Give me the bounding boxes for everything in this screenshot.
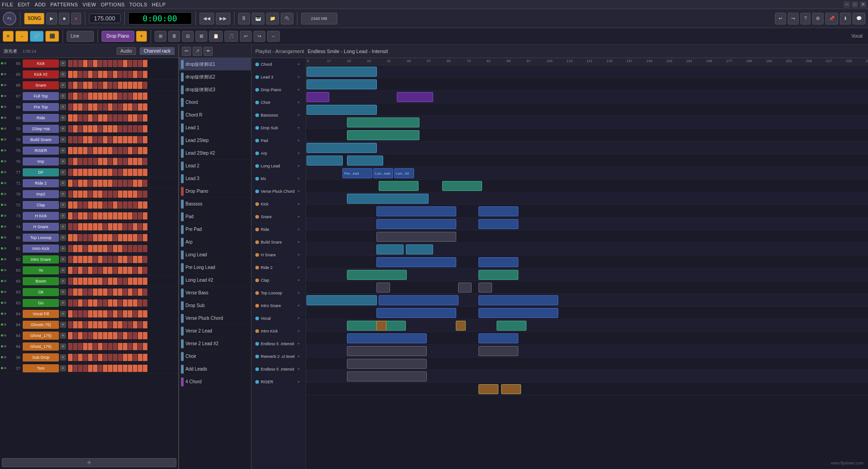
pad[interactable] <box>83 332 88 339</box>
pad[interactable] <box>143 147 147 154</box>
pad[interactable] <box>83 103 88 111</box>
pad[interactable] <box>98 365 102 372</box>
pad[interactable] <box>108 201 112 209</box>
channel-active-dot[interactable] <box>1 138 3 141</box>
pattern-item[interactable]: drop旋律测试2 <box>179 71 251 83</box>
pad[interactable] <box>93 103 98 111</box>
pad[interactable] <box>108 147 112 154</box>
pad[interactable] <box>103 158 107 165</box>
grid-btn5[interactable]: 📋 <box>209 31 223 42</box>
pad[interactable] <box>103 288 107 296</box>
pad[interactable] <box>143 103 147 111</box>
pad[interactable] <box>73 158 78 165</box>
browser-button[interactable]: 📁 <box>266 13 279 24</box>
pad[interactable] <box>123 212 127 220</box>
track-row[interactable] <box>306 116 868 129</box>
channel-active-dot[interactable] <box>1 73 3 75</box>
channel-rack-tab[interactable]: Channel rack <box>140 47 175 55</box>
pad[interactable] <box>83 136 88 143</box>
channel-name-button[interactable]: Build Snare <box>23 136 59 144</box>
pad[interactable] <box>143 278 147 285</box>
help-button[interactable]: ? <box>800 13 810 24</box>
track-block[interactable] <box>347 333 427 343</box>
pad[interactable] <box>83 114 88 122</box>
pad[interactable] <box>113 71 117 78</box>
pad[interactable] <box>88 201 93 209</box>
pad[interactable] <box>78 343 83 350</box>
pad[interactable] <box>88 365 93 372</box>
pad[interactable] <box>143 191 147 198</box>
track-row[interactable] <box>306 65 868 78</box>
pad[interactable] <box>133 321 137 328</box>
pad[interactable] <box>133 310 137 318</box>
channel-name-button[interactable]: Tom <box>23 364 59 372</box>
channel-active-dot[interactable] <box>1 258 3 260</box>
pad[interactable] <box>138 136 142 143</box>
pad[interactable] <box>103 180 107 187</box>
pad[interactable] <box>133 180 137 187</box>
pad[interactable] <box>128 267 132 274</box>
track-block[interactable] <box>376 206 456 216</box>
pad[interactable] <box>78 288 83 296</box>
pad[interactable] <box>143 267 147 274</box>
pad[interactable] <box>118 93 122 100</box>
pad[interactable] <box>143 158 147 165</box>
pad[interactable] <box>88 212 93 220</box>
pad[interactable] <box>78 245 83 252</box>
pad[interactable] <box>113 332 117 339</box>
pad[interactable] <box>88 191 93 198</box>
track-plus[interactable]: + <box>297 138 302 143</box>
pad[interactable] <box>103 201 107 209</box>
pad[interactable] <box>73 256 78 263</box>
channel-active-dot[interactable] <box>1 291 3 293</box>
pad[interactable] <box>133 147 137 154</box>
track-block[interactable] <box>458 283 472 293</box>
track-plus[interactable]: + <box>297 367 302 371</box>
pad[interactable] <box>118 234 122 241</box>
pad[interactable] <box>108 354 112 361</box>
pad[interactable] <box>123 321 127 328</box>
pad[interactable] <box>138 299 142 307</box>
pad[interactable] <box>103 321 107 328</box>
pad[interactable] <box>83 93 88 100</box>
pad[interactable] <box>103 299 107 307</box>
pad[interactable] <box>68 125 73 132</box>
pad[interactable] <box>143 114 147 122</box>
pad[interactable] <box>68 299 73 307</box>
pad[interactable] <box>138 82 142 89</box>
redo-button[interactable]: ↪ <box>788 13 799 24</box>
track-row[interactable] <box>306 357 868 370</box>
pad[interactable] <box>143 310 147 318</box>
pad[interactable] <box>128 114 132 122</box>
channel-plus-button[interactable]: + <box>60 71 66 78</box>
channel-plus-button[interactable]: + <box>60 234 66 241</box>
channel-plus-button[interactable]: + <box>60 126 66 132</box>
pad[interactable] <box>108 256 112 263</box>
track-row[interactable] <box>306 383 868 396</box>
channel-active-dot[interactable] <box>1 356 3 358</box>
drop-piano-button[interactable]: Drop Piano <box>102 31 134 42</box>
pad[interactable] <box>113 60 117 67</box>
pattern-item[interactable]: Long Lead #2 <box>179 274 251 287</box>
pattern-item[interactable]: drop旋律测试3 <box>179 83 251 96</box>
channel-active-dot[interactable] <box>1 127 3 130</box>
pad[interactable] <box>78 180 83 187</box>
channel-plus-button[interactable]: + <box>60 93 66 99</box>
pad[interactable] <box>108 288 112 296</box>
grid-btn7[interactable]: ↩ <box>240 31 252 42</box>
track-block[interactable] <box>347 117 419 127</box>
pad[interactable] <box>128 103 132 111</box>
plus-btn[interactable]: + <box>136 31 147 42</box>
pad[interactable] <box>98 93 102 100</box>
track-plus[interactable]: + <box>297 62 302 67</box>
pad[interactable] <box>88 267 93 274</box>
channel-name-button[interactable]: Kick <box>23 59 59 68</box>
pad[interactable] <box>93 201 98 209</box>
pad[interactable] <box>93 267 98 274</box>
pad[interactable] <box>68 310 73 318</box>
pad[interactable] <box>128 147 132 154</box>
pad[interactable] <box>98 310 102 318</box>
stamp-btn[interactable]: ⬛ <box>45 31 59 42</box>
piano-roll-button[interactable]: 🎹 <box>252 13 264 24</box>
pad[interactable] <box>123 82 127 89</box>
